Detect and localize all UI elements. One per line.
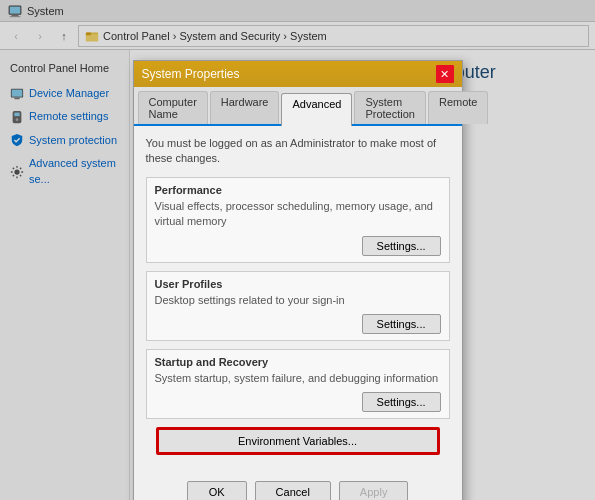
dialog-info-text: You must be logged on as an Administrato… xyxy=(146,136,450,167)
performance-settings-button[interactable]: Settings... xyxy=(362,236,441,256)
performance-desc: Visual effects, processor scheduling, me… xyxy=(155,199,441,230)
user-profiles-desc: Desktop settings related to your sign-in xyxy=(155,293,441,308)
environment-variables-button[interactable]: Environment Variables... xyxy=(156,427,440,455)
apply-button[interactable]: Apply xyxy=(339,481,409,500)
startup-recovery-section: Startup and Recovery System startup, sys… xyxy=(146,349,450,419)
dialog-titlebar: System Properties ✕ xyxy=(134,61,462,87)
tab-hardware[interactable]: Hardware xyxy=(210,91,280,124)
system-properties-dialog: System Properties ✕ Computer Name Hardwa… xyxy=(133,60,463,500)
tab-advanced[interactable]: Advanced xyxy=(281,93,352,126)
user-profiles-settings-button[interactable]: Settings... xyxy=(362,314,441,334)
tab-system-protection[interactable]: System Protection xyxy=(354,91,426,124)
dialog-overlay: System Properties ✕ Computer Name Hardwa… xyxy=(0,0,595,500)
startup-recovery-settings-button[interactable]: Settings... xyxy=(362,392,441,412)
cancel-button[interactable]: Cancel xyxy=(255,481,331,500)
startup-recovery-title: Startup and Recovery xyxy=(155,356,441,368)
tab-remote[interactable]: Remote xyxy=(428,91,489,124)
dialog-title: System Properties xyxy=(142,67,240,81)
ok-button[interactable]: OK xyxy=(187,481,247,500)
performance-section: Performance Visual effects, processor sc… xyxy=(146,177,450,263)
dialog-tabs: Computer Name Hardware Advanced System P… xyxy=(134,87,462,126)
dialog-footer: OK Cancel Apply xyxy=(134,475,462,500)
user-profiles-title: User Profiles xyxy=(155,278,441,290)
dialog-body: You must be logged on as an Administrato… xyxy=(134,126,462,475)
dialog-close-button[interactable]: ✕ xyxy=(436,65,454,83)
tab-computer-name[interactable]: Computer Name xyxy=(138,91,208,124)
startup-recovery-desc: System startup, system failure, and debu… xyxy=(155,371,441,386)
user-profiles-section: User Profiles Desktop settings related t… xyxy=(146,271,450,341)
performance-title: Performance xyxy=(155,184,441,196)
